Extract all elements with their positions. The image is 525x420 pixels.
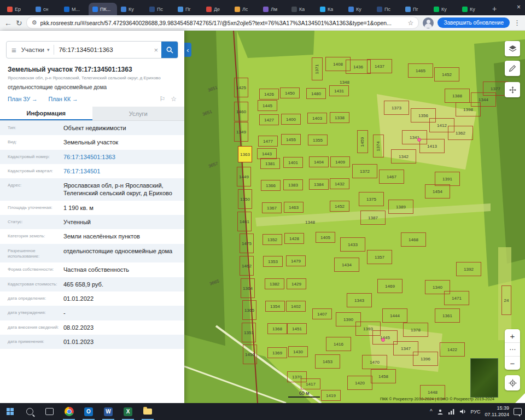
map-parcel[interactable]: 1437 — [367, 59, 392, 73]
language-indicator[interactable]: РУС — [471, 409, 481, 415]
map-parcel[interactable]: 1453 — [315, 354, 340, 369]
map-parcel[interactable]: 1388 — [445, 89, 470, 103]
start-button[interactable] — [0, 403, 20, 420]
map-parcel[interactable]: 1374 — [373, 135, 384, 158]
browser-tab[interactable]: Ку — [458, 3, 487, 15]
map-parcel[interactable]: 1403 — [307, 113, 327, 124]
info-value[interactable]: 76:17:134501:1363 — [63, 153, 121, 161]
browser-tab[interactable]: Ку — [430, 3, 458, 15]
browser-tab[interactable]: Лм — [259, 3, 288, 15]
map-parcel[interactable]: 1409 — [330, 156, 350, 167]
overview-map-thumbnail[interactable] — [470, 358, 498, 398]
browser-tab[interactable]: ПК... — [89, 3, 117, 15]
map-parcel[interactable]: 1366 — [261, 180, 281, 191]
map-parcel[interactable]: 1416 — [326, 337, 351, 351]
back-icon[interactable]: ← — [4, 19, 12, 27]
map-parcel[interactable]: 1389 — [388, 200, 413, 214]
map-parcel[interactable]: 1357 — [367, 250, 392, 264]
map-parcel[interactable]: 1387 — [360, 211, 386, 225]
map-parcel[interactable]: 1363 — [238, 146, 252, 162]
map-parcel[interactable]: 1469 — [377, 279, 402, 293]
map-parcel[interactable]: 1443 — [257, 148, 277, 159]
window-close-icon[interactable]: × — [517, 3, 521, 11]
map-parcel[interactable]: 1401 — [283, 157, 303, 168]
map-parcel[interactable]: 1459 — [357, 130, 368, 153]
finish-update-button[interactable]: Завершить обновление — [438, 18, 510, 28]
map-parcel[interactable]: 1382 — [265, 278, 284, 289]
browser-tab[interactable]: Пг — [401, 3, 430, 15]
zoom-in-button[interactable]: + — [505, 329, 520, 343]
outlook-taskbar-button[interactable]: O — [79, 403, 98, 420]
map-parcel[interactable]: 1465 — [408, 63, 433, 78]
map-parcel[interactable]: 1355 — [308, 135, 328, 145]
browser-tab[interactable]: Пг — [174, 3, 202, 15]
map-parcel[interactable]: 1348 — [335, 77, 354, 88]
map-parcel[interactable]: 1450 — [280, 88, 300, 98]
map-parcel[interactable]: 24 — [501, 285, 511, 315]
volume-icon[interactable] — [459, 409, 466, 415]
tray-expand-icon[interactable]: ^ — [430, 409, 433, 415]
map-parcel[interactable]: 1429 — [287, 278, 306, 289]
search-input[interactable] — [54, 46, 150, 53]
zoom-out-button[interactable]: − — [505, 357, 520, 370]
search-category-dropdown[interactable]: Участки ▾ — [21, 46, 54, 53]
menu-burger-icon[interactable]: ≡ — [7, 45, 21, 55]
map-parcel[interactable]: 1426 — [259, 89, 279, 100]
map-parcel[interactable]: 1384 — [309, 179, 329, 190]
map-parcel[interactable]: 1430 — [288, 346, 308, 357]
map-parcel[interactable]: 1419 — [321, 390, 341, 401]
map-parcel[interactable]: 1460 — [234, 102, 248, 121]
map-parcel[interactable]: 1353 — [263, 256, 283, 267]
excel-taskbar-button[interactable]: X — [118, 403, 138, 420]
map-pin[interactable] — [381, 338, 385, 342]
browser-tab[interactable]: Ку — [117, 3, 145, 15]
taskbar-clock[interactable]: 15:39 07.11.2024 — [485, 405, 509, 418]
map-parcel[interactable]: 1338 — [330, 112, 349, 123]
map-parcel[interactable]: 1463 — [284, 202, 304, 213]
flag-icon[interactable]: ⚐ — [159, 95, 165, 103]
map-parcel[interactable]: 1392 — [456, 262, 481, 276]
map-parcel[interactable]: 1373 — [384, 101, 409, 115]
new-tab-button[interactable]: + — [487, 3, 502, 15]
browser-tab[interactable]: сн — [32, 3, 60, 15]
map-parcel[interactable]: 1468 — [401, 232, 426, 247]
map-parcel[interactable]: 1364 — [241, 278, 255, 298]
map-parcel[interactable]: 1365 — [242, 300, 256, 320]
browser-tab[interactable]: Пс — [145, 3, 174, 15]
map-parcel[interactable]: 1454 — [425, 184, 450, 199]
overview-toggle-icon[interactable] — [515, 393, 525, 403]
browser-tab[interactable]: М... — [60, 3, 89, 15]
map-parcel[interactable]: 1383 — [283, 179, 303, 190]
browser-tab[interactable]: Ер — [3, 3, 32, 15]
site-info-icon[interactable]: ⚙ — [32, 19, 37, 26]
map-parcel[interactable]: 1405 — [316, 232, 335, 243]
clear-search-icon[interactable]: × — [150, 46, 161, 54]
plan-link[interactable]: План ЗУ → — [8, 96, 38, 102]
map-parcel[interactable]: 1425 — [234, 78, 248, 97]
browser-tab[interactable]: Пс — [373, 3, 401, 15]
chrome-taskbar-button[interactable] — [59, 403, 79, 420]
plan-link[interactable]: План КК → — [49, 96, 78, 102]
favorite-star-icon[interactable]: ☆ — [171, 95, 177, 103]
map-parcel[interactable]: 1428 — [284, 233, 304, 244]
map-parcel[interactable]: 1348 — [300, 217, 320, 228]
map-parcel[interactable]: 1375 — [359, 192, 384, 206]
map-parcel[interactable]: 1470 — [362, 355, 387, 369]
map-parcel[interactable]: 1461 — [237, 212, 252, 231]
map-parcel[interactable]: 1475 — [240, 234, 254, 253]
collapse-panel-button[interactable]: ‹ — [184, 43, 191, 57]
map-parcel[interactable]: 1477 — [258, 136, 278, 147]
map-parcel[interactable]: 1350 — [238, 189, 252, 209]
map-parcel[interactable]: 1462 — [240, 256, 254, 276]
map-parcel[interactable]: 1372 — [352, 164, 377, 178]
map-parcel[interactable]: 1367 — [262, 202, 282, 213]
my-location-button[interactable] — [505, 375, 520, 390]
map-parcel[interactable]: 1444 — [382, 308, 407, 323]
browser-menu-icon[interactable]: ⋮ — [514, 19, 521, 27]
search-button[interactable] — [161, 42, 178, 58]
map-parcel[interactable]: 1479 — [286, 255, 306, 266]
word-taskbar-button[interactable]: W — [98, 403, 118, 420]
profile-avatar[interactable] — [423, 18, 434, 28]
browser-tab[interactable]: Лс — [231, 3, 259, 15]
basemap-more-button[interactable]: ⋯ — [505, 343, 520, 357]
